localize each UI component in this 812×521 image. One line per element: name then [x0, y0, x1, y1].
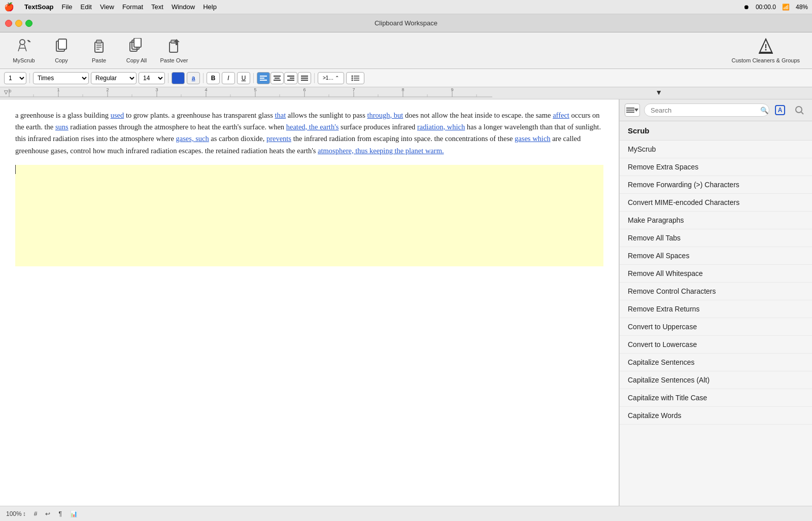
svg-point-34 — [352, 79, 353, 81]
svg-text:7: 7 — [352, 87, 355, 92]
paragraph-icon[interactable]: ¶ — [58, 510, 61, 517]
sidebar-item-capitalize-title[interactable]: Capitalize with Title Case — [620, 389, 812, 407]
sidebar-icon-button[interactable]: A — [772, 103, 788, 117]
bold-button[interactable]: B — [207, 72, 220, 84]
sidebar-item-capitalize-sentences[interactable]: Capitalize Sentences — [620, 354, 812, 371]
italic-button[interactable]: I — [222, 72, 235, 84]
apple-menu[interactable]: 🍎 — [4, 2, 14, 12]
hash-button[interactable]: # — [34, 510, 38, 517]
link-gases-such[interactable]: gases, such — [176, 134, 209, 143]
sidebar-item-remove-forwarding[interactable]: Remove Forwarding (>) Characters — [620, 176, 812, 194]
copy-button[interactable]: Copy — [44, 34, 79, 67]
menu-help[interactable]: Help — [203, 3, 217, 11]
custom-cleaners-label: Custom Cleaners & Groups — [732, 57, 800, 63]
app-name[interactable]: TextSoap — [24, 3, 54, 11]
sidebar-item-capitalize-words[interactable]: Capitalize Words — [620, 407, 812, 425]
link-atmosphere[interactable]: atmosphere, thus keeping the planet warm… — [318, 147, 444, 155]
link-affect[interactable]: affect — [553, 111, 569, 119]
sidebar-item-remove-extra-spaces[interactable]: Remove Extra Spaces — [620, 158, 812, 176]
link-gases-which[interactable]: gases which — [515, 134, 550, 143]
link-prevents[interactable]: prevents — [266, 134, 291, 143]
empty-highlighted-area[interactable] — [15, 165, 603, 266]
zoom-select[interactable]: 1 — [4, 72, 26, 84]
copyall-button[interactable]: Copy All — [119, 34, 154, 67]
sidebar-menu-button[interactable] — [625, 103, 640, 117]
link-that[interactable]: that — [275, 111, 286, 119]
traffic-lights — [0, 17, 38, 30]
align-group — [257, 72, 311, 84]
text-underline-color-button[interactable]: a — [187, 72, 200, 84]
text-cursor — [15, 165, 603, 174]
sidebar-item-convert-lowercase[interactable]: Convert to Lowercase — [620, 336, 812, 354]
svg-rect-4 — [96, 40, 101, 43]
menu-text[interactable]: Text — [151, 3, 163, 11]
align-left-button[interactable] — [257, 72, 270, 84]
left-indent-marker[interactable]: ▽ — [4, 89, 8, 95]
list-num-button[interactable]: >1… ⌃ — [318, 72, 344, 84]
sidebar-item-remove-all-tabs[interactable]: Remove All Tabs — [620, 229, 812, 247]
main-layout: a greenhouse is a glass building used to… — [0, 99, 812, 506]
link-radiation[interactable]: radiation, which — [417, 123, 465, 131]
close-button[interactable] — [5, 20, 12, 27]
recording-time: 00:00.0 — [756, 4, 776, 11]
search-magnify-button[interactable] — [792, 103, 807, 117]
menubar: 🍎 TextSoap File Edit View Format Text Wi… — [0, 0, 812, 14]
align-justify-button[interactable] — [298, 72, 311, 84]
sidebar-item-convert-mime[interactable]: Convert MIME-encoded Characters — [620, 194, 812, 212]
svg-text:6: 6 — [303, 87, 306, 92]
zoom-value: 100% — [6, 510, 22, 517]
svg-rect-2 — [58, 39, 66, 49]
sidebar-item-remove-control-chars[interactable]: Remove Control Characters — [620, 283, 812, 300]
list-bullet-button[interactable] — [346, 72, 364, 84]
sidebar-header: 🔍 A — [620, 99, 812, 121]
link-suns[interactable]: suns — [55, 123, 69, 131]
link-used[interactable]: used — [111, 111, 124, 119]
menu-format[interactable]: Format — [122, 3, 143, 11]
zoom-stepper-icon[interactable]: ↕ — [23, 510, 26, 517]
menu-window[interactable]: Window — [172, 3, 195, 11]
sidebar-item-capitalize-sentences-alt[interactable]: Capitalize Sentences (Alt) — [620, 371, 812, 389]
menu-view[interactable]: View — [100, 3, 114, 11]
sep4 — [253, 73, 254, 83]
maximize-button[interactable] — [25, 20, 32, 27]
stats-icon[interactable]: 📊 — [70, 510, 78, 517]
text-color-button[interactable] — [172, 72, 185, 84]
font-style-select[interactable]: Regular — [91, 72, 137, 84]
sidebar-item-convert-uppercase[interactable]: Convert to Uppercase — [620, 318, 812, 336]
svg-line-75 — [801, 112, 803, 114]
copyall-icon — [129, 38, 144, 55]
sidebar-list: Scrub MyScrub Remove Extra Spaces Remove… — [620, 121, 812, 506]
font-family-select[interactable]: Times — [33, 72, 89, 84]
custom-cleaners-button[interactable]: Custom Cleaners & Groups — [726, 34, 806, 67]
underline-button[interactable]: U — [237, 72, 250, 84]
copyall-label: Copy All — [126, 57, 147, 63]
myscrub-button[interactable]: MyScrub — [6, 34, 42, 67]
svg-text:1: 1 — [57, 87, 59, 92]
link-heated[interactable]: heated, the earth's — [286, 123, 339, 131]
svg-text:A: A — [778, 107, 783, 114]
sidebar-item-make-paragraphs[interactable]: Make Paragraphs — [620, 212, 812, 229]
align-right-button[interactable] — [284, 72, 297, 84]
sidebar-item-remove-extra-returns[interactable]: Remove Extra Returns — [620, 300, 812, 318]
menu-edit[interactable]: Edit — [81, 3, 92, 11]
undo-icon[interactable]: ↩ — [45, 510, 50, 517]
minimize-button[interactable] — [15, 20, 22, 27]
sidebar-item-remove-all-whitespace[interactable]: Remove All Whitespace — [620, 265, 812, 283]
right-indent-marker[interactable]: ▼ — [655, 88, 662, 96]
sidebar-search-input[interactable] — [644, 103, 769, 117]
svg-text:5: 5 — [254, 87, 256, 92]
link-through[interactable]: through, but — [367, 111, 403, 119]
font-size-select[interactable]: 14 — [139, 72, 165, 84]
paste-button[interactable]: Paste — [81, 34, 117, 67]
text-editor[interactable]: a greenhouse is a glass building used to… — [0, 99, 619, 506]
ruler-svg: | 0 1 2 3 4 5 6 7 8 9 — [0, 87, 492, 99]
align-center-button[interactable] — [270, 72, 284, 84]
sidebar-item-myscrub[interactable]: MyScrub — [620, 141, 812, 158]
menu-file[interactable]: File — [62, 3, 73, 11]
svg-point-16 — [765, 49, 766, 50]
window-title-bar: Clipboard Workspace — [0, 14, 812, 32]
pasteover-button[interactable]: Paste Over — [156, 34, 192, 67]
zoom-control[interactable]: 100% ↕ — [6, 510, 26, 517]
svg-text:9: 9 — [451, 87, 453, 92]
sidebar-item-remove-all-spaces[interactable]: Remove All Spaces — [620, 247, 812, 265]
